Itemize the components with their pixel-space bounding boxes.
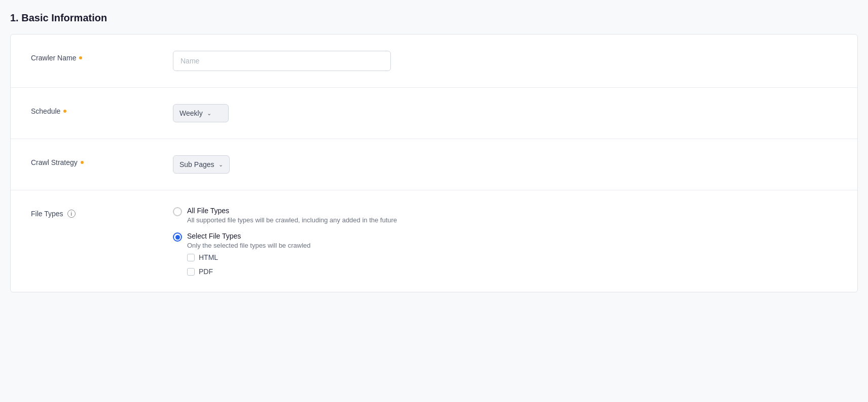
- crawler-name-label: Crawler Name: [31, 51, 173, 62]
- file-type-checkboxes: HTML PDF: [187, 253, 311, 276]
- chevron-down-icon: ⌄: [219, 161, 223, 168]
- crawl-strategy-dropdown[interactable]: Sub Pages ⌄: [173, 155, 230, 174]
- schedule-row: Schedule Weekly ⌄: [11, 88, 857, 139]
- required-indicator: [79, 56, 82, 59]
- pdf-checkbox[interactable]: [187, 268, 195, 276]
- pdf-checkbox-item[interactable]: PDF: [187, 267, 311, 276]
- crawler-name-control: [173, 51, 837, 71]
- schedule-dropdown[interactable]: Weekly ⌄: [173, 104, 229, 122]
- crawl-strategy-label: Crawl Strategy: [31, 155, 173, 166]
- required-indicator: [63, 110, 66, 113]
- html-checkbox[interactable]: [187, 254, 195, 261]
- crawl-strategy-control: Sub Pages ⌄: [173, 155, 837, 174]
- select-file-types-radio[interactable]: [173, 232, 182, 242]
- file-types-label: File Types i: [31, 207, 173, 218]
- html-checkbox-item[interactable]: HTML: [187, 253, 311, 261]
- pdf-label: PDF: [199, 267, 213, 276]
- file-types-row: File Types i All File Types All supporte…: [11, 190, 857, 292]
- all-file-types-description: All supported file types will be crawled…: [187, 216, 397, 224]
- schedule-label: Schedule: [31, 104, 173, 115]
- crawl-strategy-row: Crawl Strategy Sub Pages ⌄: [11, 139, 857, 190]
- chevron-down-icon: ⌄: [207, 110, 211, 117]
- required-indicator: [81, 161, 84, 164]
- all-file-types-label-group: All File Types All supported file types …: [187, 207, 397, 224]
- info-icon: i: [67, 210, 76, 218]
- form-card: Crawler Name Schedule Weekly ⌄ Crawl Str…: [10, 34, 858, 292]
- file-types-control: All File Types All supported file types …: [173, 207, 837, 276]
- crawler-name-input[interactable]: [173, 51, 391, 71]
- select-file-types-description: Only the selected file types will be cra…: [187, 242, 311, 249]
- select-file-types-option[interactable]: Select File Types Only the selected file…: [173, 232, 837, 276]
- crawl-strategy-value: Sub Pages: [179, 160, 214, 169]
- page-title: 1. Basic Information: [10, 12, 858, 24]
- all-file-types-label: All File Types: [187, 207, 397, 215]
- all-file-types-option[interactable]: All File Types All supported file types …: [173, 207, 837, 224]
- schedule-control: Weekly ⌄: [173, 104, 837, 122]
- all-file-types-radio[interactable]: [173, 207, 182, 216]
- file-types-radio-group: All File Types All supported file types …: [173, 207, 837, 276]
- schedule-value: Weekly: [179, 109, 203, 117]
- crawler-name-row: Crawler Name: [11, 35, 857, 88]
- select-file-types-label-group: Select File Types Only the selected file…: [187, 232, 311, 276]
- select-file-types-label: Select File Types: [187, 232, 311, 240]
- html-label: HTML: [199, 253, 218, 261]
